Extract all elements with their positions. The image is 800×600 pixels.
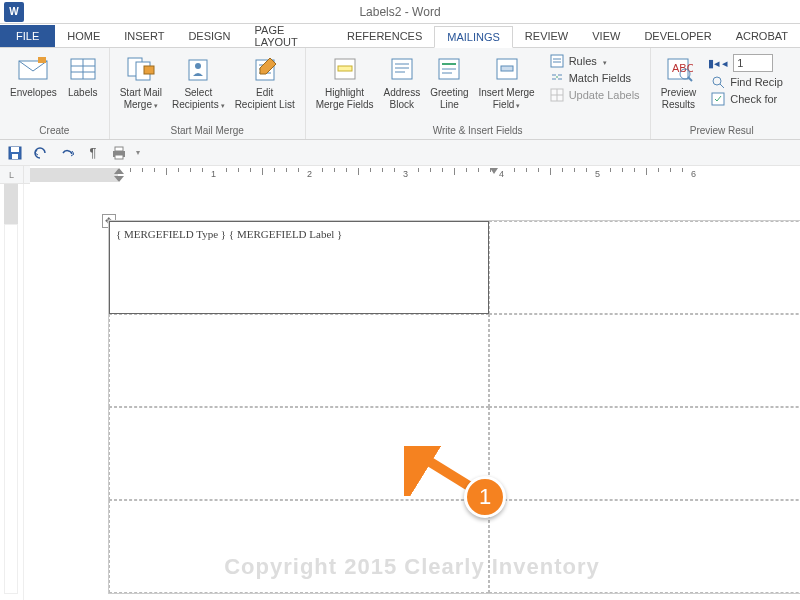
select-recipients-button[interactable]: Select Recipients (168, 51, 229, 112)
labels-label: Labels (68, 87, 97, 99)
insert-merge-field-button[interactable]: Insert Merge Field (475, 51, 539, 112)
svg-point-10 (195, 63, 201, 69)
envelopes-button[interactable]: Envelopes (6, 51, 61, 101)
rules-icon (549, 54, 565, 68)
label-cell-1[interactable]: { MERGEFIELD Type } { MERGEFIELD Label } (109, 221, 489, 314)
highlight-merge-fields-button[interactable]: Highlight Merge Fields (312, 51, 378, 112)
select-recipients-label: Select Recipients (172, 87, 225, 110)
start-mail-merge-button[interactable]: Start Mail Merge (116, 51, 166, 112)
tab-insert[interactable]: INSERT (112, 25, 176, 47)
tab-page-layout[interactable]: PAGE LAYOUT (243, 25, 336, 47)
find-recipient-label: Find Recip (730, 76, 783, 88)
svg-rect-30 (11, 147, 19, 152)
preview-results-icon: ABC (662, 53, 694, 85)
address-block-button[interactable]: Address Block (379, 51, 424, 112)
update-labels-label: Update Labels (569, 89, 640, 101)
label-cell[interactable] (109, 314, 489, 407)
vertical-ruler[interactable] (0, 184, 24, 600)
ribbon: Envelopes Labels Create Start Mail Merge (0, 48, 800, 140)
label-cell[interactable] (489, 407, 800, 500)
start-mail-merge-label: Start Mail Merge (120, 87, 162, 110)
dropdown-arrow-icon (601, 55, 607, 67)
ribbon-group-preview: ABC Preview Results ▮◂ ◂ Find Recip Chec… (651, 48, 793, 139)
quick-access-toolbar: ¶ ▾ (0, 140, 800, 166)
tab-design[interactable]: DESIGN (176, 25, 242, 47)
tab-acrobat[interactable]: ACROBAT (724, 25, 800, 47)
envelope-icon (17, 53, 49, 85)
ruler-number: 6 (691, 169, 696, 179)
document-page[interactable]: ✥ { MERGEFIELD Type } { MERGEFIELD Label… (24, 184, 800, 600)
group-label-preview: Preview Resul (657, 123, 787, 139)
envelopes-label: Envelopes (10, 87, 57, 99)
tab-review[interactable]: REVIEW (513, 25, 580, 47)
rules-button[interactable]: Rules (545, 53, 644, 69)
label-cell[interactable] (489, 314, 800, 407)
tab-mailings[interactable]: MAILINGS (434, 26, 513, 48)
svg-line-25 (688, 77, 692, 81)
ruler-number: 4 (499, 169, 504, 179)
labels-icon (67, 53, 99, 85)
qat-paragraph-button[interactable]: ¶ (84, 144, 102, 162)
ruler-number: 3 (403, 169, 408, 179)
label-cell[interactable] (489, 221, 800, 314)
rules-label: Rules (569, 55, 597, 67)
preview-results-label: Preview Results (661, 87, 697, 110)
match-fields-button[interactable]: Match Fields (545, 70, 644, 86)
ribbon-group-create: Envelopes Labels Create (0, 48, 110, 139)
tab-file[interactable]: FILE (0, 25, 55, 47)
tab-home[interactable]: HOME (55, 25, 112, 47)
preview-results-button[interactable]: ABC Preview Results (657, 51, 701, 112)
edit-recipient-list-label: Edit Recipient List (235, 87, 295, 110)
undo-button[interactable] (32, 144, 50, 162)
check-errors-icon (710, 92, 726, 106)
svg-point-26 (713, 77, 721, 85)
edit-recipient-list-icon (249, 53, 281, 85)
address-block-label: Address Block (383, 87, 420, 110)
tab-developer[interactable]: DEVELOPER (632, 25, 723, 47)
group-label-create: Create (6, 123, 103, 139)
group-label-start: Start Mail Merge (116, 123, 299, 139)
address-block-icon (386, 53, 418, 85)
greeting-line-label: Greeting Line (430, 87, 468, 110)
ruler-number: 5 (595, 169, 600, 179)
tab-view[interactable]: VIEW (580, 25, 632, 47)
title-bar: W Labels2 - Word (0, 0, 800, 24)
ruler-number: 1 (211, 169, 216, 179)
record-number-input[interactable] (733, 54, 773, 72)
svg-rect-13 (338, 66, 352, 71)
greeting-line-button[interactable]: Greeting Line (426, 51, 472, 112)
save-button[interactable] (6, 144, 24, 162)
check-errors-button[interactable]: Check for (706, 91, 787, 107)
ribbon-group-write-insert: Highlight Merge Fields Address Block Gre… (306, 48, 651, 139)
svg-rect-31 (12, 154, 18, 159)
horizontal-ruler[interactable]: 123456 (30, 166, 800, 184)
qat-customize-button[interactable]: ▾ (136, 148, 140, 157)
highlight-label: Highlight Merge Fields (316, 87, 374, 110)
insert-merge-field-label: Insert Merge Field (479, 87, 535, 110)
tab-selector[interactable]: L (0, 166, 24, 184)
app-logo: W (4, 2, 24, 22)
ruler-bar: L 123456 (0, 166, 800, 184)
svg-rect-33 (115, 147, 123, 151)
label-cell[interactable] (109, 407, 489, 500)
svg-rect-18 (551, 55, 563, 67)
tab-references[interactable]: REFERENCES (335, 25, 434, 47)
first-record-button[interactable]: ▮◂ (708, 57, 720, 70)
insert-merge-field-icon (491, 53, 523, 85)
greeting-line-icon (433, 53, 465, 85)
ruler-number: 2 (307, 169, 312, 179)
svg-rect-17 (501, 66, 513, 71)
highlight-icon (329, 53, 361, 85)
group-label-write: Write & Insert Fields (312, 123, 644, 139)
qat-print-button[interactable] (110, 144, 128, 162)
match-fields-label: Match Fields (569, 72, 631, 84)
update-labels-button[interactable]: Update Labels (545, 87, 644, 103)
edit-recipient-list-button[interactable]: Edit Recipient List (231, 51, 299, 112)
label-sheet: { MERGEFIELD Type } { MERGEFIELD Label } (108, 220, 800, 594)
check-errors-label: Check for (730, 93, 777, 105)
prev-record-button[interactable]: ◂ (722, 57, 728, 70)
svg-rect-34 (115, 155, 123, 159)
find-recipient-button[interactable]: Find Recip (706, 74, 787, 90)
redo-button[interactable] (58, 144, 76, 162)
labels-button[interactable]: Labels (63, 51, 103, 101)
